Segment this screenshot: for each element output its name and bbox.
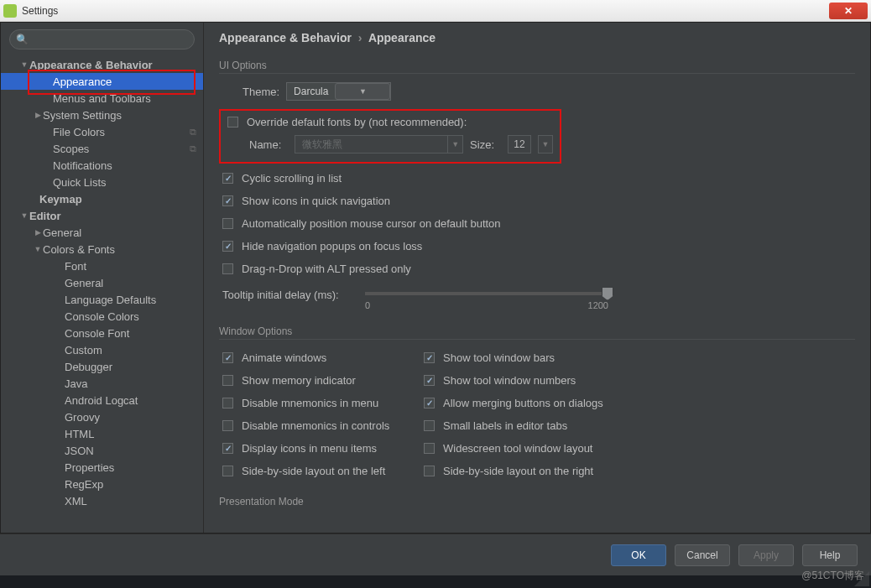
tree-item[interactable]: Console Font [1, 325, 203, 341]
window-title: Settings [22, 5, 58, 17]
chevron-down-icon: ▼ [447, 136, 462, 153]
tree-item[interactable]: ▼Colors & Fonts [1, 241, 203, 258]
checkbox-label: Hide navigation popups on focus loss [242, 240, 422, 252]
cancel-button[interactable]: Cancel [675, 544, 730, 566]
checkbox[interactable] [222, 375, 233, 386]
tree-item[interactable]: Console Colors [1, 308, 203, 325]
tree-item-label: Appearance [53, 75, 196, 88]
dialog-footer: OK Cancel Apply Help [0, 533, 871, 575]
apply-button[interactable]: Apply [738, 544, 794, 566]
checkbox[interactable] [222, 420, 233, 431]
checkbox[interactable] [424, 375, 435, 386]
tooltip-delay-label: Tooltip initial delay (ms): [222, 289, 365, 301]
tree-item[interactable]: ▶System Settings [1, 107, 203, 123]
checkbox[interactable] [222, 352, 233, 363]
checkbox[interactable] [222, 195, 233, 206]
tree-item-label: System Settings [43, 109, 196, 122]
checkbox[interactable] [222, 263, 233, 274]
app-logo-icon [3, 4, 17, 18]
tree-item[interactable]: Android Logcat [1, 392, 203, 408]
checkbox[interactable] [222, 173, 233, 184]
checkbox[interactable] [424, 398, 435, 408]
tree-item-label: Editor [29, 210, 196, 222]
tree-item[interactable]: ▶General [1, 224, 203, 241]
tree-item[interactable]: Menus and Toolbars [1, 90, 203, 107]
checkbox-label: Show icons in quick navigation [242, 195, 390, 207]
tree-item[interactable]: Quick Lists [1, 174, 203, 190]
slider-thumb-icon[interactable] [602, 287, 613, 300]
tree-item[interactable]: General [1, 274, 203, 291]
search-input[interactable] [9, 29, 195, 49]
expand-arrow-icon: ▶ [33, 228, 43, 237]
checkbox[interactable] [222, 241, 233, 252]
checkbox-label: Side-by-side layout on the left [242, 465, 385, 477]
checkbox-label: Disable mnemonics in controls [242, 419, 389, 432]
tree-item-label: General [65, 277, 196, 289]
tree-item-label: Properties [65, 461, 196, 474]
resize-grip-icon[interactable] [854, 571, 869, 586]
checkbox-label: Show tool window numbers [443, 374, 576, 387]
ok-button[interactable]: OK [611, 544, 666, 566]
checkbox[interactable] [222, 218, 233, 229]
checkbox[interactable] [424, 420, 435, 431]
tree-item[interactable]: HTML [1, 425, 203, 442]
tree-item[interactable]: ▼Appearance & Behavior [1, 56, 203, 73]
expand-arrow-icon: ▼ [19, 211, 29, 220]
scope-icon: ⧉ [190, 127, 196, 138]
tree-item-label: Groovy [65, 411, 196, 424]
tree-item[interactable]: XML [1, 492, 203, 509]
expand-arrow-icon: ▼ [19, 60, 29, 69]
tree-item[interactable]: RegExp [1, 476, 203, 492]
tree-item[interactable]: Groovy [1, 408, 203, 425]
dialog-body: 🔍 ▼Appearance & BehaviorAppearanceMenus … [0, 22, 871, 533]
tree-item[interactable]: Appearance [1, 73, 203, 90]
tree-item[interactable]: Scopes⧉ [1, 140, 203, 157]
settings-tree[interactable]: ▼Appearance & BehaviorAppearanceMenus an… [1, 56, 203, 533]
checkbox[interactable] [424, 443, 435, 454]
font-size-input[interactable] [508, 135, 531, 154]
font-name-label: Name: [249, 138, 281, 151]
font-name-combo[interactable]: 微软雅黑 ▼ [295, 135, 463, 154]
tree-item[interactable]: Language Defaults [1, 291, 203, 308]
tree-item-label: Menus and Toolbars [53, 92, 196, 105]
checkbox[interactable] [424, 352, 435, 363]
tree-item-label: Quick Lists [53, 176, 196, 189]
checkbox[interactable] [222, 443, 233, 454]
tree-item[interactable]: File Colors⧉ [1, 123, 203, 140]
checkbox[interactable] [424, 466, 435, 476]
checkbox-label: Small labels in editor tabs [443, 419, 567, 432]
tree-item[interactable]: Debugger [1, 358, 203, 375]
tree-item[interactable]: Keymap [1, 190, 203, 207]
tree-item-label: Colors & Fonts [43, 243, 196, 256]
tree-item-label: Console Font [65, 327, 196, 340]
close-button[interactable]: ✕ [829, 3, 868, 19]
tree-item[interactable]: Java [1, 375, 203, 392]
expand-arrow-icon: ▶ [33, 111, 43, 119]
checkbox-label: Automatically position mouse cursor on d… [242, 217, 501, 230]
checkbox-label: Show memory indicator [242, 374, 356, 387]
tree-item[interactable]: Font [1, 258, 203, 274]
help-button[interactable]: Help [802, 544, 858, 566]
tooltip-delay-slider[interactable]: 0 1200 [365, 289, 608, 310]
theme-combo[interactable]: Darcula ▼ [286, 82, 391, 101]
tree-item-label: XML [65, 495, 196, 507]
size-dropdown[interactable]: ▼ [538, 135, 553, 154]
tree-item-label: Debugger [65, 361, 196, 373]
expand-arrow-icon: ▼ [33, 245, 43, 253]
checkbox-label: Drag-n-Drop with ALT pressed only [242, 263, 411, 275]
sidebar: 🔍 ▼Appearance & BehaviorAppearanceMenus … [1, 23, 204, 533]
font-size-label: Size: [470, 138, 494, 151]
checkbox[interactable] [222, 398, 233, 408]
tree-item-label: HTML [65, 428, 196, 440]
tree-item[interactable]: Notifications [1, 157, 203, 174]
tree-item[interactable]: Properties [1, 459, 203, 476]
tree-item[interactable]: Custom [1, 341, 203, 358]
tree-item-label: Scopes [53, 143, 186, 155]
tree-item-label: JSON [65, 445, 196, 457]
tree-item[interactable]: ▼Editor [1, 207, 203, 224]
checkbox[interactable] [222, 466, 233, 476]
override-fonts-checkbox[interactable] [227, 117, 238, 127]
tree-item[interactable]: JSON [1, 442, 203, 459]
checkbox-label: Animate windows [242, 351, 326, 364]
checkbox-label: Display icons in menu items [242, 442, 377, 455]
